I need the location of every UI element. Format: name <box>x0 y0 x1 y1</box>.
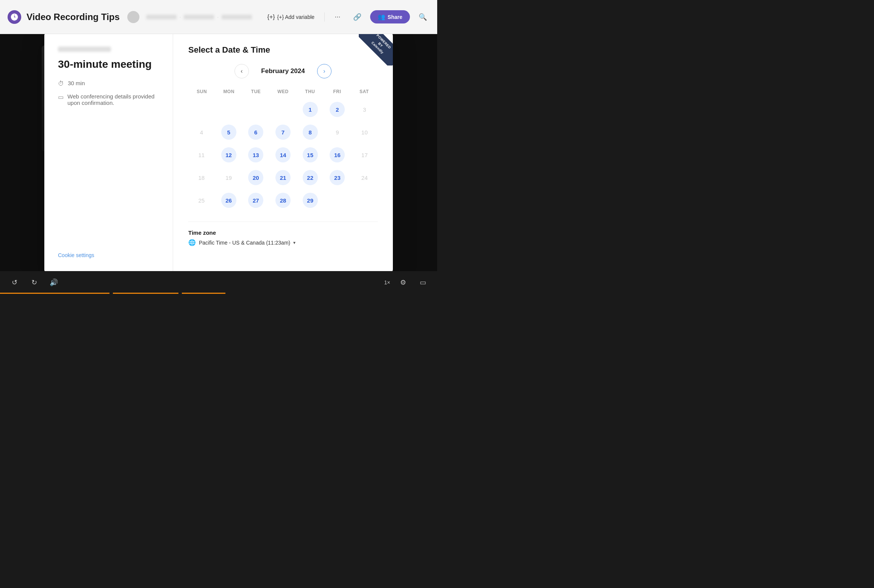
calendar-cell-empty <box>188 99 215 120</box>
progress-accents <box>0 293 437 294</box>
rewind-button[interactable]: ↺ <box>8 276 21 289</box>
select-datetime-title: Select a Date & Time <box>188 45 378 55</box>
share-icon: 👥 <box>378 13 385 20</box>
meeting-duration: 30 min <box>68 80 85 86</box>
fullscreen-icon: ▭ <box>420 278 426 287</box>
day-header-thu: THU <box>297 87 324 96</box>
link-icon: 🔗 <box>353 13 361 21</box>
modal-footer: Cookie settings <box>58 252 159 259</box>
timezone-select[interactable]: 🌐 Pacific Time - US & Canada (11:23am) ▾ <box>188 239 378 246</box>
calendar-grid: SUN MON TUE WED THU FRI SAT 123456789101… <box>188 87 378 211</box>
breadcrumb-item-3 <box>222 15 252 19</box>
day-header-tue: TUE <box>242 87 269 96</box>
calendar-cell-1[interactable]: 1 <box>297 99 324 120</box>
calendar-cell-22[interactable]: 22 <box>297 167 324 188</box>
bottom-toolbar: ↺ ↻ 🔊 1× ⚙ ▭ <box>0 271 437 294</box>
globe-icon: 🌐 <box>188 239 196 246</box>
calendar-cell-2[interactable]: 2 <box>324 99 351 120</box>
calendly-badge-text: POWEREDBYCalendly <box>359 34 393 66</box>
settings-icon: ⚙ <box>400 278 406 287</box>
calendar-cell-21[interactable]: 21 <box>270 167 296 188</box>
modal-overlay: 30-minute meeting ⏱ 30 min ▭ Web confere… <box>0 34 437 271</box>
breadcrumb-sep-2: · <box>217 14 219 20</box>
day-header-sun: SUN <box>188 87 215 96</box>
dropdown-arrow-icon: ▾ <box>293 240 296 245</box>
app-logo <box>8 10 21 24</box>
day-header-sat: SAT <box>351 87 378 96</box>
calendar-cell-14[interactable]: 14 <box>270 144 296 165</box>
calendar-cell-27[interactable]: 27 <box>242 190 269 211</box>
timezone-label: Time zone <box>188 229 378 236</box>
meeting-title: 30-minute meeting <box>58 58 159 71</box>
calendar-cell-empty <box>324 190 351 211</box>
calendar-body: 1234567891011121314151617181920212223242… <box>188 99 378 211</box>
search-button[interactable]: 🔍 <box>416 10 430 24</box>
speed-indicator: 1× <box>384 279 390 285</box>
cookie-settings-link[interactable]: Cookie settings <box>58 252 94 258</box>
calendar-cell-10: 10 <box>351 122 378 143</box>
calendar-cell-empty <box>351 190 378 211</box>
topbar: Video Recording Tips · · {+} {+} Add var… <box>0 0 437 34</box>
share-label: Share <box>388 14 402 20</box>
meeting-conference-detail: ▭ Web conferencing details provided upon… <box>58 93 159 106</box>
calendar-cell-18: 18 <box>188 167 215 188</box>
rewind-icon: ↺ <box>12 278 17 287</box>
calendar-cell-8[interactable]: 8 <box>297 122 324 143</box>
calendar-cell-3: 3 <box>351 99 378 120</box>
day-header-mon: MON <box>215 87 242 96</box>
conference-text: Web conferencing details provided upon c… <box>67 93 159 106</box>
calendar-week-1: 123 <box>188 99 378 120</box>
video-area: 30-minute meeting ⏱ 30 min ▭ Web confere… <box>0 34 437 271</box>
calendar-cell-6[interactable]: 6 <box>242 122 269 143</box>
topbar-actions: {+} {+} Add variable ··· 🔗 👥 Share 🔍 <box>264 10 430 24</box>
calendar-nav: ‹ February 2024 › <box>188 64 378 78</box>
more-options-button[interactable]: ··· <box>331 10 344 24</box>
calendar-cell-9: 9 <box>324 122 351 143</box>
toolbar-right: 1× ⚙ ▭ <box>384 276 430 289</box>
calendar-cell-16[interactable]: 16 <box>324 144 351 165</box>
calendar-week-4: 18192021222324 <box>188 167 378 188</box>
search-icon: 🔍 <box>419 13 427 21</box>
calendar-cell-25: 25 <box>188 190 215 211</box>
prev-month-button[interactable]: ‹ <box>235 64 249 78</box>
day-header-fri: FRI <box>324 87 350 96</box>
calendar-cell-26[interactable]: 26 <box>216 190 242 211</box>
progress-segment-3 <box>182 293 225 294</box>
calendly-badge: POWEREDBYCalendly <box>359 34 393 66</box>
calendar-cell-13[interactable]: 13 <box>242 144 269 165</box>
clock-icon: ⏱ <box>58 80 64 87</box>
calendar-cell-15[interactable]: 15 <box>297 144 324 165</box>
breadcrumb-item-1 <box>146 15 177 19</box>
topbar-divider <box>324 12 325 22</box>
forward-button[interactable]: ↻ <box>27 276 41 289</box>
add-variable-label: {+} Add variable <box>277 14 314 20</box>
video-icon: ▭ <box>58 94 64 101</box>
calendar-cell-29[interactable]: 29 <box>297 190 324 211</box>
link-button[interactable]: 🔗 <box>350 10 364 24</box>
add-variable-button[interactable]: {+} {+} Add variable <box>264 11 319 23</box>
calendar-cell-empty <box>270 99 296 120</box>
calendar-cell-5[interactable]: 5 <box>216 122 242 143</box>
calendly-modal: 30-minute meeting ⏱ 30 min ▭ Web confere… <box>44 34 393 271</box>
volume-icon: 🔊 <box>50 278 58 287</box>
calendar-cell-11: 11 <box>188 144 215 165</box>
settings-button[interactable]: ⚙ <box>396 276 410 289</box>
blurred-organizer-name <box>58 47 111 52</box>
next-month-button[interactable]: › <box>317 64 331 78</box>
fullscreen-button[interactable]: ▭ <box>416 276 430 289</box>
calendar-cell-12[interactable]: 12 <box>216 144 242 165</box>
calendar-cell-28[interactable]: 28 <box>270 190 296 211</box>
volume-button[interactable]: 🔊 <box>47 276 61 289</box>
calendar-cell-23[interactable]: 23 <box>324 167 351 188</box>
calendar-header: SUN MON TUE WED THU FRI SAT <box>188 87 378 96</box>
modal-left-panel: 30-minute meeting ⏱ 30 min ▭ Web confere… <box>44 34 173 271</box>
calendar-cell-20[interactable]: 20 <box>242 167 269 188</box>
calendar-cell-7[interactable]: 7 <box>270 122 296 143</box>
calendar-week-2: 45678910 <box>188 122 378 143</box>
share-button[interactable]: 👥 Share <box>370 10 410 23</box>
add-variable-icon: {+} <box>267 14 275 20</box>
day-header-wed: WED <box>269 87 296 96</box>
forward-icon: ↻ <box>31 278 37 287</box>
progress-segment-2 <box>113 293 178 294</box>
timezone-value: Pacific Time - US & Canada (11:23am) <box>199 240 290 246</box>
